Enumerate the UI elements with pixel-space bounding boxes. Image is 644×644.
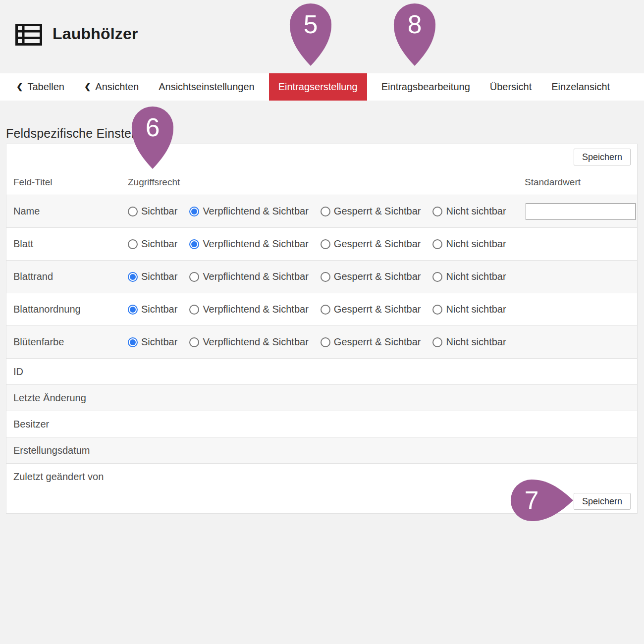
nav-tab-tabellen[interactable]: ❮Tabellen (11, 73, 70, 101)
radio-unselected-icon (321, 272, 330, 282)
radio-unselected-icon (432, 272, 442, 282)
column-header-field-title: Feld-Titel (6, 177, 122, 188)
default-value-input[interactable] (526, 203, 636, 220)
field-row-blattanordnung: BlattanordnungSichtbarVerpflichtend & Si… (6, 293, 637, 325)
radio-option-label: Gesperrt & Sichtbar (334, 304, 421, 315)
radio-option-label: Sichtbar (141, 304, 177, 315)
nav-tab-eintragserstellung[interactable]: Eintragserstellung (269, 73, 367, 101)
radio-option-verpflichtend-sichtbar[interactable]: Verpflichtend & Sichtbar (189, 238, 308, 250)
radio-option-sichtbar[interactable]: Sichtbar (128, 238, 177, 250)
radio-unselected-icon (432, 207, 442, 216)
annotation-pin-5: 5 (289, 2, 332, 67)
radio-unselected-icon (432, 305, 442, 315)
panel-footer: Speichern (6, 489, 637, 514)
field-row-label: Blattrand (6, 271, 122, 282)
radio-unselected-icon (321, 305, 330, 315)
radio-option-nicht-sichtbar[interactable]: Nicht sichtbar (432, 238, 506, 250)
radio-option-label: Verpflichtend & Sichtbar (203, 271, 308, 282)
field-row-blattrand: BlattrandSichtbarVerpflichtend & Sichtba… (6, 260, 637, 293)
annotation-pin-number: 5 (304, 10, 318, 39)
column-header-access-right: Zugriffsrecht (122, 177, 519, 188)
nav-tab-ubersicht[interactable]: Übersicht (484, 73, 537, 101)
radio-option-label: Sichtbar (141, 336, 177, 348)
radio-option-label: Gesperrt & Sichtbar (334, 238, 421, 250)
radio-option-sichtbar[interactable]: Sichtbar (128, 336, 177, 348)
nav-tab-eintragsbearbeitung[interactable]: Eintragsbearbeitung (376, 73, 476, 101)
radio-selected-icon (128, 272, 138, 282)
radio-option-label: Verpflichtend & Sichtbar (203, 304, 308, 315)
radio-unselected-icon (189, 337, 199, 347)
radio-option-verpflichtend-sichtbar[interactable]: Verpflichtend & Sichtbar (189, 206, 308, 217)
access-right-options: SichtbarVerpflichtend & SichtbarGesperrt… (122, 304, 519, 315)
chevron-left-icon: ❮ (84, 82, 91, 91)
radio-option-gesperrt-sichtbar[interactable]: Gesperrt & Sichtbar (321, 271, 421, 282)
radio-unselected-icon (128, 207, 138, 216)
save-button-bottom[interactable]: Speichern (574, 493, 631, 510)
radio-selected-icon (189, 207, 199, 216)
radio-option-label: Verpflichtend & Sichtbar (203, 206, 308, 217)
radio-option-sichtbar[interactable]: Sichtbar (128, 206, 177, 217)
radio-option-gesperrt-sichtbar[interactable]: Gesperrt & Sichtbar (321, 304, 421, 315)
radio-option-nicht-sichtbar[interactable]: Nicht sichtbar (432, 336, 506, 348)
nav-tab-label: Eintragsbearbeitung (381, 81, 470, 93)
column-header-default-value: Standardwert (519, 177, 637, 188)
system-row-besitzer: Besitzer (6, 411, 637, 437)
field-row-label: Blatt (6, 238, 122, 250)
radio-selected-icon (128, 337, 138, 347)
system-row-zuletzt-geandert-von: Zuletzt geändert von (6, 463, 637, 489)
radio-option-sichtbar[interactable]: Sichtbar (128, 271, 177, 282)
system-row-label: Zuletzt geändert von (6, 471, 122, 483)
system-row-label: Erstellungsdatum (6, 445, 122, 456)
radio-option-label: Gesperrt & Sichtbar (334, 271, 421, 282)
radio-option-nicht-sichtbar[interactable]: Nicht sichtbar (432, 304, 506, 315)
system-row-id: ID (6, 358, 637, 384)
panel-toolbar: Speichern (6, 144, 637, 170)
system-row-erstellungsdatum: Erstellungsdatum (6, 437, 637, 463)
radio-option-verpflichtend-sichtbar[interactable]: Verpflichtend & Sichtbar (189, 336, 308, 348)
radio-option-verpflichtend-sichtbar[interactable]: Verpflichtend & Sichtbar (189, 271, 308, 282)
radio-option-sichtbar[interactable]: Sichtbar (128, 304, 177, 315)
radio-option-label: Nicht sichtbar (446, 336, 506, 348)
nav-tab-label: Ansichten (95, 81, 139, 93)
page: Laubhölzer ❮Tabellen❮AnsichtenAnsichtsei… (0, 0, 644, 644)
radio-option-label: Sichtbar (141, 206, 177, 217)
radio-unselected-icon (189, 272, 199, 282)
radio-option-label: Nicht sichtbar (446, 271, 506, 282)
save-button-top[interactable]: Speichern (574, 149, 631, 165)
radio-option-label: Gesperrt & Sichtbar (334, 206, 421, 217)
field-row-blutenfarbe: BlütenfarbeSichtbarVerpflichtend & Sicht… (6, 325, 637, 358)
radio-option-label: Nicht sichtbar (446, 238, 506, 250)
annotation-pin-8: 8 (393, 2, 436, 67)
nav-tab-label: Ansichtseinstellungen (159, 81, 254, 93)
radio-option-gesperrt-sichtbar[interactable]: Gesperrt & Sichtbar (321, 336, 421, 348)
annotation-pin-number: 8 (408, 10, 422, 39)
nav-tab-ansichtseinstellungen[interactable]: Ansichtseinstellungen (153, 73, 260, 101)
radio-option-verpflichtend-sichtbar[interactable]: Verpflichtend & Sichtbar (189, 304, 308, 315)
access-right-options: SichtbarVerpflichtend & SichtbarGesperrt… (122, 336, 519, 348)
radio-option-label: Verpflichtend & Sichtbar (203, 336, 308, 348)
radio-unselected-icon (321, 239, 330, 249)
default-value-cell (519, 203, 637, 220)
field-row-label: Name (6, 206, 122, 217)
field-row-blatt: BlattSichtbarVerpflichtend & SichtbarGes… (6, 227, 637, 260)
nav-tab-ansichten[interactable]: ❮Ansichten (79, 73, 144, 101)
radio-unselected-icon (432, 239, 442, 249)
access-right-options: SichtbarVerpflichtend & SichtbarGesperrt… (122, 238, 519, 250)
radio-option-gesperrt-sichtbar[interactable]: Gesperrt & Sichtbar (321, 238, 421, 250)
system-row-label: Besitzer (6, 419, 122, 430)
radio-option-nicht-sichtbar[interactable]: Nicht sichtbar (432, 206, 506, 217)
system-row-label: Letzte Änderung (6, 392, 122, 404)
field-settings-panel: Speichern Feld-Titel Zugriffsrecht Stand… (6, 144, 638, 514)
radio-option-gesperrt-sichtbar[interactable]: Gesperrt & Sichtbar (321, 206, 421, 217)
table-header-row: Feld-Titel Zugriffsrecht Standardwert (6, 170, 637, 195)
nav-tab-label: Übersicht (490, 81, 532, 93)
nav-tab-label: Eintragserstellung (278, 81, 358, 93)
field-row-label: Blütenfarbe (6, 336, 122, 348)
nav-tab-einzelansicht[interactable]: Einzelansicht (546, 73, 615, 101)
radio-option-nicht-sichtbar[interactable]: Nicht sichtbar (432, 271, 506, 282)
system-rows: IDLetzte ÄnderungBesitzerErstellungsdatu… (6, 358, 637, 489)
radio-unselected-icon (432, 337, 442, 347)
radio-unselected-icon (128, 239, 138, 249)
field-rows: NameSichtbarVerpflichtend & SichtbarGesp… (6, 195, 637, 358)
radio-option-label: Verpflichtend & Sichtbar (203, 238, 308, 250)
